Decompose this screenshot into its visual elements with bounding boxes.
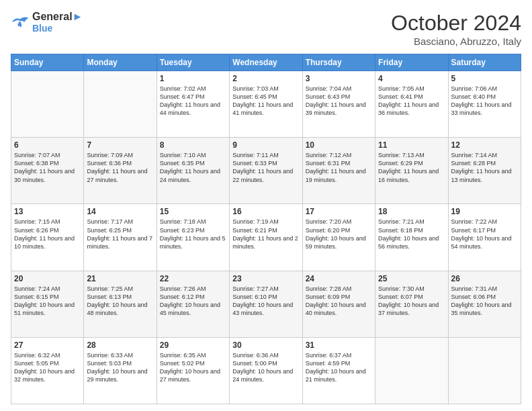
day-number: 27	[14, 340, 81, 350]
day-header-friday: Friday	[375, 54, 448, 71]
day-number: 23	[232, 274, 299, 283]
page: General► Blue October 2024 Basciano, Abr…	[0, 0, 532, 411]
day-number: 8	[160, 140, 226, 150]
day-info: Sunrise: 7:17 AM Sunset: 6:25 PM Dayligh…	[87, 218, 153, 250]
day-info: Sunrise: 7:21 AM Sunset: 6:18 PM Dayligh…	[378, 218, 445, 250]
day-number: 17	[306, 207, 372, 216]
day-number: 11	[378, 140, 445, 150]
day-number: 18	[378, 207, 445, 216]
day-number: 16	[232, 207, 299, 216]
day-info: Sunrise: 7:22 AM Sunset: 6:17 PM Dayligh…	[451, 218, 518, 250]
calendar-cell: 26Sunrise: 7:31 AM Sunset: 6:06 PM Dayli…	[448, 271, 521, 337]
day-info: Sunrise: 7:06 AM Sunset: 6:40 PM Dayligh…	[451, 85, 518, 118]
calendar-cell	[11, 71, 84, 138]
calendar-cell: 31Sunrise: 6:37 AM Sunset: 4:59 PM Dayli…	[302, 337, 375, 404]
day-number: 3	[306, 74, 372, 83]
month-title: October 2024	[391, 11, 521, 36]
day-number: 31	[306, 340, 372, 350]
day-info: Sunrise: 6:35 AM Sunset: 5:02 PM Dayligh…	[160, 351, 226, 384]
calendar-header-row: SundayMondayTuesdayWednesdayThursdayFrid…	[11, 54, 521, 71]
day-info: Sunrise: 7:30 AM Sunset: 6:07 PM Dayligh…	[378, 285, 445, 318]
day-info: Sunrise: 7:27 AM Sunset: 6:10 PM Dayligh…	[232, 285, 299, 318]
day-info: Sunrise: 7:02 AM Sunset: 6:47 PM Dayligh…	[160, 85, 226, 118]
location: Basciano, Abruzzo, Italy	[391, 36, 521, 47]
day-number: 15	[160, 207, 226, 216]
day-info: Sunrise: 6:32 AM Sunset: 5:05 PM Dayligh…	[14, 351, 81, 384]
day-header-saturday: Saturday	[448, 54, 521, 71]
calendar-cell: 15Sunrise: 7:18 AM Sunset: 6:23 PM Dayli…	[157, 204, 229, 271]
day-info: Sunrise: 7:19 AM Sunset: 6:21 PM Dayligh…	[232, 218, 299, 250]
day-number: 2	[232, 74, 299, 83]
day-number: 9	[232, 140, 299, 150]
calendar-cell	[448, 337, 521, 404]
day-info: Sunrise: 7:05 AM Sunset: 6:41 PM Dayligh…	[378, 85, 445, 118]
day-info: Sunrise: 7:26 AM Sunset: 6:12 PM Dayligh…	[160, 285, 226, 318]
calendar-week-row: 1Sunrise: 7:02 AM Sunset: 6:47 PM Daylig…	[11, 71, 521, 138]
day-number: 14	[87, 207, 153, 216]
calendar-cell: 8Sunrise: 7:10 AM Sunset: 6:35 PM Daylig…	[157, 138, 229, 204]
title-block: October 2024 Basciano, Abruzzo, Italy	[391, 11, 521, 47]
calendar-cell: 1Sunrise: 7:02 AM Sunset: 6:47 PM Daylig…	[157, 71, 229, 138]
calendar-cell: 25Sunrise: 7:30 AM Sunset: 6:07 PM Dayli…	[375, 271, 448, 337]
calendar-cell: 13Sunrise: 7:15 AM Sunset: 6:26 PM Dayli…	[11, 204, 84, 271]
day-info: Sunrise: 7:09 AM Sunset: 6:36 PM Dayligh…	[87, 151, 153, 184]
calendar-cell: 18Sunrise: 7:21 AM Sunset: 6:18 PM Dayli…	[375, 204, 448, 271]
day-info: Sunrise: 7:15 AM Sunset: 6:26 PM Dayligh…	[14, 218, 81, 250]
calendar-cell: 5Sunrise: 7:06 AM Sunset: 6:40 PM Daylig…	[448, 71, 521, 138]
day-info: Sunrise: 7:11 AM Sunset: 6:33 PM Dayligh…	[232, 151, 299, 184]
day-number: 1	[160, 74, 226, 83]
day-info: Sunrise: 7:28 AM Sunset: 6:09 PM Dayligh…	[306, 285, 372, 318]
day-number: 6	[14, 140, 81, 150]
day-info: Sunrise: 7:04 AM Sunset: 6:43 PM Dayligh…	[306, 85, 372, 118]
day-header-thursday: Thursday	[302, 54, 375, 71]
day-info: Sunrise: 7:13 AM Sunset: 6:29 PM Dayligh…	[378, 151, 445, 184]
calendar-cell: 4Sunrise: 7:05 AM Sunset: 6:41 PM Daylig…	[375, 71, 448, 138]
day-info: Sunrise: 7:12 AM Sunset: 6:31 PM Dayligh…	[306, 151, 372, 184]
calendar-cell: 2Sunrise: 7:03 AM Sunset: 6:45 PM Daylig…	[230, 71, 302, 138]
day-info: Sunrise: 6:33 AM Sunset: 5:03 PM Dayligh…	[87, 351, 153, 384]
calendar-cell: 3Sunrise: 7:04 AM Sunset: 6:43 PM Daylig…	[302, 71, 375, 138]
day-number: 4	[378, 74, 445, 83]
day-info: Sunrise: 7:20 AM Sunset: 6:20 PM Dayligh…	[306, 218, 372, 250]
day-number: 12	[451, 140, 518, 150]
calendar-cell: 27Sunrise: 6:32 AM Sunset: 5:05 PM Dayli…	[11, 337, 84, 404]
day-header-sunday: Sunday	[11, 54, 84, 71]
day-number: 19	[451, 207, 518, 216]
day-number: 7	[87, 140, 153, 150]
calendar-week-row: 13Sunrise: 7:15 AM Sunset: 6:26 PM Dayli…	[11, 204, 521, 271]
day-info: Sunrise: 6:37 AM Sunset: 4:59 PM Dayligh…	[306, 351, 372, 384]
day-info: Sunrise: 7:18 AM Sunset: 6:23 PM Dayligh…	[160, 218, 226, 250]
calendar-cell: 12Sunrise: 7:14 AM Sunset: 6:28 PM Dayli…	[448, 138, 521, 204]
day-number: 30	[232, 340, 299, 350]
day-header-wednesday: Wednesday	[230, 54, 302, 71]
calendar-cell: 9Sunrise: 7:11 AM Sunset: 6:33 PM Daylig…	[230, 138, 302, 204]
day-info: Sunrise: 7:03 AM Sunset: 6:45 PM Dayligh…	[232, 85, 299, 118]
calendar-cell: 22Sunrise: 7:26 AM Sunset: 6:12 PM Dayli…	[157, 271, 229, 337]
day-info: Sunrise: 7:31 AM Sunset: 6:06 PM Dayligh…	[451, 285, 518, 318]
day-number: 21	[87, 274, 153, 283]
day-header-monday: Monday	[84, 54, 157, 71]
day-info: Sunrise: 6:36 AM Sunset: 5:00 PM Dayligh…	[232, 351, 299, 384]
calendar-week-row: 27Sunrise: 6:32 AM Sunset: 5:05 PM Dayli…	[11, 337, 521, 404]
calendar-cell: 19Sunrise: 7:22 AM Sunset: 6:17 PM Dayli…	[448, 204, 521, 271]
day-number: 26	[451, 274, 518, 283]
day-number: 29	[160, 340, 226, 350]
day-number: 28	[87, 340, 153, 350]
calendar-cell: 16Sunrise: 7:19 AM Sunset: 6:21 PM Dayli…	[230, 204, 302, 271]
calendar-cell	[375, 337, 448, 404]
calendar-cell: 29Sunrise: 6:35 AM Sunset: 5:02 PM Dayli…	[157, 337, 229, 404]
day-header-tuesday: Tuesday	[157, 54, 229, 71]
day-info: Sunrise: 7:24 AM Sunset: 6:15 PM Dayligh…	[14, 285, 81, 318]
calendar-cell: 30Sunrise: 6:36 AM Sunset: 5:00 PM Dayli…	[230, 337, 302, 404]
day-info: Sunrise: 7:14 AM Sunset: 6:28 PM Dayligh…	[451, 151, 518, 184]
calendar-cell: 7Sunrise: 7:09 AM Sunset: 6:36 PM Daylig…	[84, 138, 157, 204]
day-info: Sunrise: 7:10 AM Sunset: 6:35 PM Dayligh…	[160, 151, 226, 184]
calendar-cell: 17Sunrise: 7:20 AM Sunset: 6:20 PM Dayli…	[302, 204, 375, 271]
day-number: 20	[14, 274, 81, 283]
calendar-cell: 11Sunrise: 7:13 AM Sunset: 6:29 PM Dayli…	[375, 138, 448, 204]
calendar-table: SundayMondayTuesdayWednesdayThursdayFrid…	[11, 54, 521, 404]
calendar-cell: 23Sunrise: 7:27 AM Sunset: 6:10 PM Dayli…	[230, 271, 302, 337]
day-info: Sunrise: 7:25 AM Sunset: 6:13 PM Dayligh…	[87, 285, 153, 318]
calendar-cell: 14Sunrise: 7:17 AM Sunset: 6:25 PM Dayli…	[84, 204, 157, 271]
day-number: 5	[451, 74, 518, 83]
